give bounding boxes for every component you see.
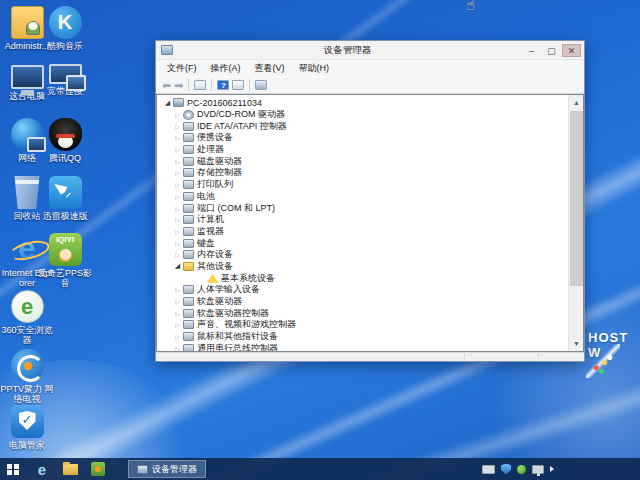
expand-icon[interactable]: ▷ [173,286,182,293]
start-icon [7,464,19,475]
tree-item[interactable]: ▷存储控制器 [157,167,568,179]
generic-device-icon [183,297,194,306]
expand-icon[interactable]: ▷ [173,123,182,130]
list-icon[interactable] [194,80,206,90]
expand-icon[interactable]: ▷ [173,298,182,305]
generic-device-icon [183,309,194,318]
pc-manager-icon [11,405,44,438]
expand-icon[interactable]: ▷ [173,345,182,352]
minimize-button[interactable]: – [522,44,541,57]
desktop-icon-kugou-music[interactable]: 酷狗音乐 [38,6,92,51]
expand-icon[interactable]: ▷ [173,181,182,188]
properties-icon[interactable] [232,80,244,90]
generic-device-icon [183,250,194,259]
generic-device-icon [183,215,194,224]
desktop-icon-label: 酷狗音乐 [38,41,92,51]
collapse-icon[interactable]: ◢ [163,99,172,107]
help-icon[interactable]: ? [217,80,229,90]
expand-icon[interactable]: ▷ [173,321,182,328]
desktop-icon-iqiyi-pps[interactable]: 爱奇艺PPS影音 [38,233,92,288]
tree-item[interactable]: ▷打印队列 [157,179,568,191]
tree-item[interactable]: 基本系统设备 [157,272,568,284]
generic-device-icon [183,320,194,329]
expand-icon[interactable]: ▷ [173,205,182,212]
menu-item-1[interactable]: 操作(A) [204,60,248,77]
expand-icon[interactable]: ▷ [173,111,182,118]
tree-item[interactable]: ▷软盘驱动器 [157,296,568,308]
taskbar-file-explorer[interactable] [58,458,82,480]
tree-item[interactable]: ▷内存设备 [157,249,568,261]
green-status-icon[interactable] [517,465,526,474]
start-button[interactable] [0,458,26,480]
window-title: 设备管理器 [173,44,522,57]
menu-item-3[interactable]: 帮助(H) [292,60,337,77]
generic-device-icon [183,344,194,352]
expand-icon[interactable]: ▷ [173,146,182,153]
taskbar-app[interactable] [86,458,110,480]
expand-icon[interactable]: ▷ [173,333,182,340]
close-button[interactable]: ✕ [562,44,581,57]
generic-device-icon [183,192,194,201]
expand-icon[interactable]: ▷ [173,228,182,235]
scrollbar-thumb[interactable] [570,111,583,286]
tree-item[interactable]: ▷IDE ATA/ATAPI 控制器 [157,120,568,132]
expand-icon[interactable]: ▷ [173,193,182,200]
tree-item[interactable]: ▷计算机 [157,214,568,226]
status-separator [538,354,539,360]
toolbar-separator [211,79,212,91]
tree-item[interactable]: ▷人体学输入设备 [157,284,568,296]
tree-item[interactable]: ▷DVD/CD-ROM 驱动器 [157,109,568,121]
network-icon[interactable] [532,465,544,474]
desktop-icon-label: PPTV聚力 网络电视 [0,384,54,404]
mouse-cursor: ☝ [466,0,475,14]
scroll-up-icon[interactable]: ▲ [569,95,584,110]
scan-hardware-icon[interactable] [255,80,267,90]
tree-item[interactable]: ▷监视器 [157,226,568,238]
input-indicator-icon[interactable] [482,465,495,474]
desktop-icon-pc-manager[interactable]: 电脑管家 [0,405,54,450]
desktop-icon-label: 腾讯QQ [38,153,92,163]
generic-device-icon [183,133,194,142]
tencent-qq-icon [49,118,82,151]
tree-item[interactable]: ▷端口 (COM 和 LPT) [157,202,568,214]
tree-item[interactable]: ▷声音、视频和游戏控制器 [157,319,568,331]
maximize-button[interactable]: ▢ [542,44,561,57]
tree-item[interactable]: ▷电池 [157,191,568,203]
notification-arrow-icon[interactable] [550,466,554,472]
tree-item[interactable]: ▷通用串行总线控制器 [157,342,568,352]
menu-item-0[interactable]: 文件(F) [160,60,204,77]
tree-item[interactable]: ◢其他设备 [157,261,568,273]
expand-icon[interactable]: ▷ [173,310,182,317]
tree-item[interactable]: ▷鼠标和其他指针设备 [157,331,568,343]
pc-manager-shield-icon[interactable] [501,464,511,475]
desktop-icon-tencent-qq[interactable]: 腾讯QQ [38,118,92,163]
generic-device-icon [183,285,194,294]
tree-item[interactable]: ▷处理器 [157,144,568,156]
tree-item[interactable]: ▷便携设备 [157,132,568,144]
collapse-icon[interactable]: ◢ [173,262,182,270]
tree-item[interactable]: ▷磁盘驱动器 [157,155,568,167]
expand-icon[interactable]: ▷ [173,158,182,165]
scroll-down-icon[interactable]: ▼ [569,336,584,351]
vertical-scrollbar[interactable]: ▲ ▼ [568,95,583,351]
expand-icon[interactable]: ▷ [173,134,182,141]
internet-explorer-icon: e [38,461,46,478]
forward-icon[interactable]: ➡ [174,78,183,92]
expand-icon[interactable]: ▷ [173,240,182,247]
tree-item[interactable]: ◢PC-201606211034 [157,97,568,109]
window-titlebar[interactable]: 设备管理器 – ▢ ✕ [156,41,584,59]
expand-icon[interactable]: ▷ [173,216,182,223]
taskbar-internet-explorer[interactable]: e [30,458,54,480]
task-button-device-manager[interactable]: 设备管理器 [128,460,206,478]
expand-icon[interactable]: ▷ [173,251,182,258]
expand-icon[interactable]: ▷ [173,169,182,176]
desktop-icon-broadband-connection[interactable]: 宽带连接 [38,62,92,96]
generic-device-icon [183,145,194,154]
tree-item[interactable]: ▷键盘 [157,237,568,249]
menu-item-2[interactable]: 查看(V) [248,60,292,77]
desktop-icon-xunlei-speed[interactable]: 迅雷极速版 [38,176,92,221]
back-icon[interactable]: ⬅ [162,78,171,92]
desktop-icon-360-safe-browser[interactable]: 360安全浏览器 [0,290,54,345]
desktop-icon-pptv[interactable]: PPTV聚力 网络电视 [0,349,54,404]
tree-item[interactable]: ▷软盘驱动器控制器 [157,307,568,319]
